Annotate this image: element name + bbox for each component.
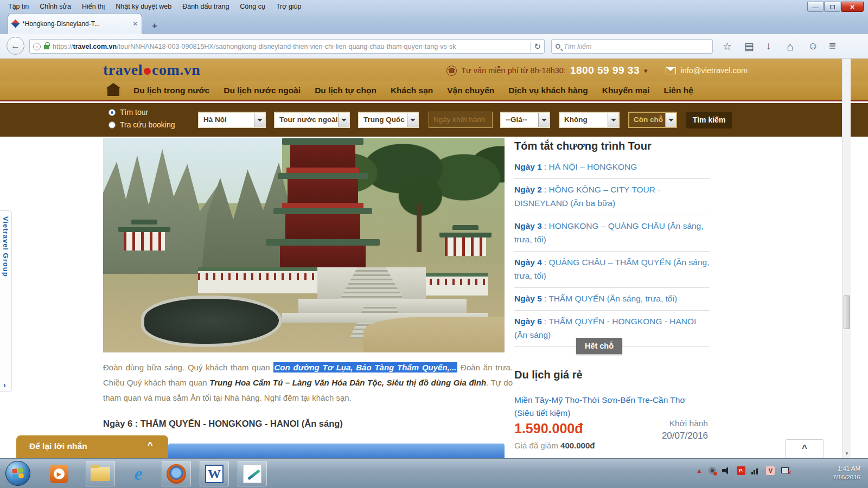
home-icon[interactable]: ⌂	[787, 40, 794, 53]
pavilion-roof	[131, 220, 157, 224]
internet-explorer-icon: e	[134, 464, 142, 484]
contact-email[interactable]: info@vietravel.com	[680, 66, 748, 75]
departure-city-select[interactable]: Hà Nội	[198, 112, 266, 128]
taskbar-pen-tool[interactable]	[238, 461, 267, 486]
day-label: Ngày 6	[514, 317, 542, 326]
departure-info: Khởi hành 20/07/2016	[635, 419, 708, 441]
day-row[interactable]: Ngày 4: QUẢNG CHÂU – THẨM QUYẾN (Ăn sáng…	[514, 252, 710, 288]
day-row[interactable]: Ngày 3: HONGKONG – QUẢNG CHÂU (Ăn sáng, …	[514, 215, 710, 252]
pavilion-body	[124, 232, 165, 251]
menu-bookmarks[interactable]: Đánh dấu trang	[177, 1, 234, 12]
search-box[interactable]	[551, 39, 713, 54]
https-lock-icon[interactable]	[44, 45, 49, 49]
nav-custom-tour[interactable]: Du lịch tự chọn	[315, 86, 376, 95]
dropdown-arrow-icon	[338, 113, 349, 127]
expand-arrow-icon[interactable]: ›	[3, 381, 6, 389]
nav-promotions[interactable]: Khuyến mại	[602, 86, 650, 95]
radio-unselected-icon	[108, 121, 116, 129]
minimize-button[interactable]: —	[807, 2, 824, 12]
nav-customer-service[interactable]: Dịch vụ khách hàng	[508, 86, 588, 95]
tour-type-value: Tour nước ngoài	[275, 113, 338, 127]
nav-transport[interactable]: Vận chuyển	[447, 86, 494, 95]
menu-view[interactable]: Hiển thị	[77, 1, 110, 12]
availability-select[interactable]: Còn chỗ	[628, 112, 677, 128]
system-tray: ▲ P. V	[696, 466, 789, 475]
taskbar-firefox[interactable]	[162, 461, 191, 486]
selected-text[interactable]: Con đường Tơ Lụa, Bảo Tàng Thẩm Quyến,..…	[273, 362, 458, 373]
discount-note: Giá đã giảm 400.000đ	[514, 441, 595, 450]
site-logo[interactable]: travelcom.vn	[103, 61, 200, 79]
radio-find-tour[interactable]: Tìm tour	[108, 108, 175, 117]
duration-select[interactable]: Không	[559, 112, 620, 128]
day-row[interactable]: Ngày 2: HỒNG KÔNG – CITY TOUR - DISNEYLA…	[514, 179, 710, 215]
tray-v-icon[interactable]: V	[766, 466, 775, 475]
search-tours-button[interactable]: Tìm kiếm	[686, 112, 732, 129]
nav-international[interactable]: Du lịch nước ngoài	[224, 86, 301, 95]
address-bar[interactable]: i https://travel.com.vn/tourNNHAN418-003…	[29, 39, 545, 54]
close-button[interactable]: ×	[841, 2, 864, 12]
page-info-icon[interactable]: i	[33, 43, 41, 50]
gear-tray-icon[interactable]	[709, 467, 716, 474]
search-input[interactable]	[564, 43, 709, 50]
pagoda-roof	[273, 208, 372, 214]
taskbar-word[interactable]: W	[200, 461, 229, 486]
hello-chat-icon[interactable]: ☺	[808, 40, 818, 52]
restore-button[interactable]	[824, 2, 840, 12]
discount-label: Giá đã giảm	[514, 441, 560, 450]
nav-hotel[interactable]: Khách sạn	[391, 86, 433, 95]
vietravel-group-tab[interactable]: Vietravel Group ›	[0, 210, 12, 392]
nav-home-icon[interactable]	[107, 88, 119, 96]
site-header: travelcom.vn ☎ Tư vấn miễn phí từ 8h-18h…	[0, 59, 868, 81]
nav-contact[interactable]: Liên hệ	[664, 86, 693, 95]
network-signal-icon[interactable]	[751, 467, 761, 474]
menu-help[interactable]: Trợ giúp	[271, 1, 307, 12]
page-scrollbar[interactable]: ▼	[842, 59, 851, 458]
bookmark-star-icon[interactable]: ☆	[723, 40, 732, 53]
new-tab-button[interactable]: +	[148, 21, 162, 31]
menu-tools[interactable]: Công cụ	[235, 1, 270, 12]
menu-history[interactable]: Nhật ký duyệt web	[111, 1, 176, 12]
downloads-icon[interactable]: ↓	[766, 40, 771, 52]
price-value: --Giá--	[501, 113, 538, 127]
bookmarks-menu-icon[interactable]: ▤	[744, 40, 754, 53]
scrollbar-thumb[interactable]	[844, 296, 850, 329]
radio-booking-lookup[interactable]: Tra cứu booking	[108, 120, 175, 129]
sold-out-button[interactable]: Hết chỗ	[576, 338, 622, 354]
taskbar-internet-explorer[interactable]: e	[124, 461, 153, 486]
destination-select[interactable]: Trung Quốc	[358, 112, 419, 128]
departure-date-input[interactable]: Ngày khởi hành	[429, 112, 493, 128]
phone-icon: ☎	[446, 66, 457, 76]
hidden-icons-arrow[interactable]: ▲	[696, 467, 703, 474]
day-text: : HONGKONG – QUẢNG CHÂU (Ăn sáng, trưa, …	[514, 221, 704, 244]
hotline-number[interactable]: 1800 59 99 33	[570, 65, 640, 76]
menu-file[interactable]: Tập tin	[3, 1, 34, 12]
scroll-to-top-button[interactable]: ^	[785, 439, 824, 458]
nav-domestic[interactable]: Du lịch trong nước	[133, 86, 209, 95]
hamburger-menu-icon[interactable]: ≡	[829, 39, 836, 53]
chevron-up-icon[interactable]: ^	[147, 440, 153, 452]
tour-type-select[interactable]: Tour nước ngoài	[274, 112, 350, 128]
reload-icon[interactable]: ↻	[534, 42, 541, 52]
price-select[interactable]: --Giá--	[500, 112, 550, 128]
scrollbar-down-icon[interactable]: ▼	[844, 451, 850, 457]
pagoda-tier	[285, 214, 360, 239]
leave-message-tab[interactable]: Để lại lời nhắn ^	[16, 435, 168, 458]
menu-edit[interactable]: Chỉnh sửa	[35, 1, 76, 12]
taskbar-explorer[interactable]	[86, 461, 115, 486]
day-row[interactable]: Ngày 1: HÀ NỘI – HONGKONG	[514, 156, 710, 179]
taskbar-media-player[interactable]: ▶	[44, 461, 74, 486]
browser-tab[interactable]: *Hongkong-Disneyland-T... ×	[8, 13, 142, 34]
search-mode-radios: Tìm tour Tra cứu booking	[108, 108, 175, 133]
cheap-tour-link[interactable]: Miền Tây-Mỹ Tho-Thới Sơn-Bến Tre-Cần Thơ…	[514, 394, 704, 420]
start-button[interactable]	[5, 461, 30, 486]
day-row[interactable]: Ngày 5: THẨM QUYẾN (Ăn sáng, trưa, tối)	[514, 288, 710, 311]
volume-icon[interactable]	[722, 467, 731, 474]
radio-find-tour-label: Tìm tour	[120, 108, 148, 117]
tab-close-icon[interactable]: ×	[133, 20, 137, 28]
network-disconnected-icon[interactable]	[781, 467, 789, 474]
back-button[interactable]: ←	[7, 37, 24, 55]
taskbar-clock[interactable]: 1:41 AM 7/16/2016	[833, 464, 860, 481]
pagoda-roof	[282, 138, 363, 145]
chevron-down-icon[interactable]: ▾	[644, 67, 648, 75]
tray-p-icon[interactable]: P.	[737, 466, 745, 475]
